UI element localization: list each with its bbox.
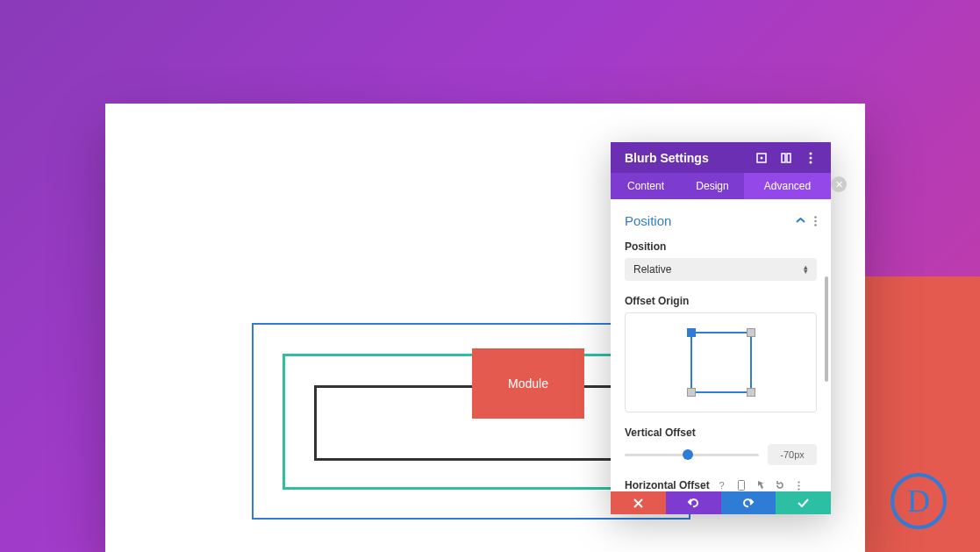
panel-header: Blurb Settings xyxy=(611,142,831,173)
svg-point-11 xyxy=(798,481,800,483)
svg-point-12 xyxy=(798,484,800,486)
svg-point-8 xyxy=(814,219,816,221)
section-title-position: Position xyxy=(625,213,671,228)
svg-point-9 xyxy=(814,224,816,226)
tabs: Content Design Advanced xyxy=(611,173,831,199)
panel-footer xyxy=(611,491,831,514)
collapse-icon[interactable] xyxy=(796,218,805,224)
svg-point-6 xyxy=(810,161,812,163)
undo-button[interactable] xyxy=(666,491,721,514)
svg-point-4 xyxy=(810,152,812,154)
help-icon[interactable]: ? xyxy=(717,480,727,491)
position-select[interactable]: Relative ▴▾ xyxy=(625,258,817,281)
origin-handle-bottom-right[interactable] xyxy=(747,388,755,397)
scrollbar[interactable] xyxy=(825,276,828,382)
position-value: Relative xyxy=(633,263,671,276)
option-more-icon[interactable] xyxy=(794,480,805,491)
tab-content[interactable]: Content xyxy=(611,173,681,199)
svg-point-7 xyxy=(814,216,816,218)
origin-handle-top-left[interactable] xyxy=(687,328,696,337)
reset-icon[interactable] xyxy=(775,480,785,491)
svg-rect-10 xyxy=(738,481,744,491)
vertical-offset-label: Vertical Offset xyxy=(625,427,817,439)
columns-icon[interactable] xyxy=(780,152,792,164)
module-preview[interactable]: Module xyxy=(472,348,584,419)
origin-picker xyxy=(625,312,817,412)
expand-icon[interactable] xyxy=(755,152,768,164)
svg-point-13 xyxy=(798,488,800,490)
origin-handle-top-right[interactable] xyxy=(747,328,755,337)
origin-square xyxy=(690,332,752,393)
hover-icon[interactable] xyxy=(755,480,766,491)
svg-rect-3 xyxy=(787,154,790,162)
divi-logo-icon: D xyxy=(891,473,947,529)
svg-point-1 xyxy=(761,156,763,159)
position-label: Position xyxy=(625,240,817,253)
origin-handle-bottom-left[interactable] xyxy=(687,388,696,397)
settings-panel: Blurb Settings Content Design Advanced P… xyxy=(611,142,831,514)
vertical-offset-slider[interactable] xyxy=(625,454,759,456)
origin-label: Offset Origin xyxy=(625,295,817,307)
phone-icon[interactable] xyxy=(736,480,747,491)
vertical-offset-value[interactable]: -70px xyxy=(768,444,817,465)
redo-button[interactable] xyxy=(721,491,776,514)
vertical-slider-thumb[interactable] xyxy=(683,449,693,460)
tab-design[interactable]: Design xyxy=(681,173,744,199)
save-button[interactable] xyxy=(776,491,831,514)
cancel-button[interactable] xyxy=(611,491,666,514)
section-more-icon[interactable] xyxy=(814,216,817,226)
more-icon[interactable] xyxy=(805,152,817,164)
close-panel-icon[interactable]: ✕ xyxy=(831,176,847,192)
svg-rect-2 xyxy=(782,154,785,162)
panel-title: Blurb Settings xyxy=(625,151,755,165)
svg-point-5 xyxy=(810,156,812,159)
select-arrows-icon: ▴▾ xyxy=(804,265,808,274)
tab-advanced[interactable]: Advanced xyxy=(744,173,831,199)
horizontal-offset-label: Horizontal Offset xyxy=(625,479,710,491)
